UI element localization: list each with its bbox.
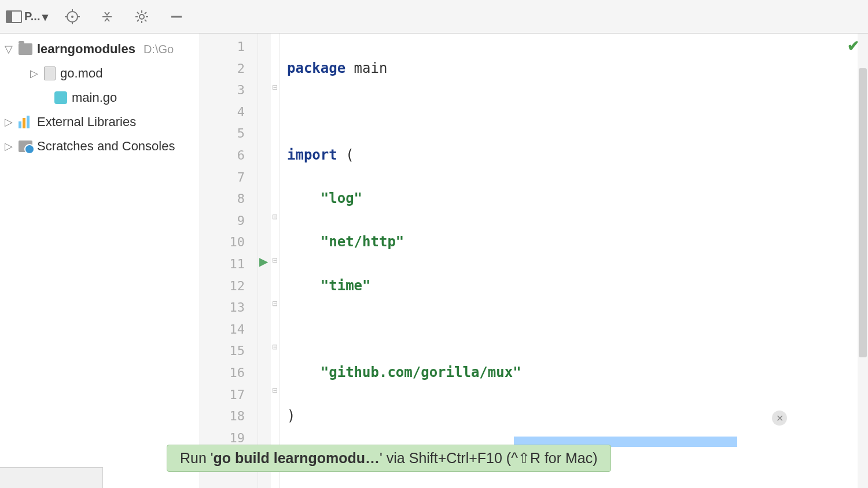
svg-line-12 [137, 12, 139, 14]
line-number: 15 [200, 340, 245, 362]
svg-point-7 [139, 14, 144, 19]
line-number: 5 [200, 123, 245, 145]
line-number: 3 [200, 79, 245, 101]
external-label: External Libraries [37, 114, 136, 130]
toolbar: P... ▾ [0, 0, 868, 34]
tree-external-libs[interactable]: ▷ External Libraries [0, 110, 200, 134]
editor[interactable]: 1 2 3 4 5 6 7 8 9 10 11 12 13 14 15 16 1… [200, 34, 868, 488]
gear-icon [134, 9, 149, 24]
project-label: P... [24, 10, 40, 23]
file-name: go.mod [60, 66, 102, 81]
line-number: 11 [200, 253, 245, 275]
svg-line-15 [145, 12, 146, 14]
line-number: 10 [200, 231, 245, 253]
fold-icon[interactable]: ⊟ [272, 83, 278, 91]
chevron-right-icon: ▷ [3, 140, 14, 153]
fold-icon[interactable]: ⊟ [272, 300, 278, 308]
line-number: 2 [200, 58, 245, 80]
line-gutter: 1 2 3 4 5 6 7 8 9 10 11 12 13 14 15 16 1… [200, 34, 258, 488]
tree-file[interactable]: ▷ go.mod [0, 61, 200, 86]
line-number: 14 [200, 319, 245, 341]
run-hint-tooltip: Run 'go build learngomodu…' via Shift+Ct… [167, 445, 611, 472]
line-number: 16 [200, 362, 245, 384]
svg-line-14 [137, 20, 139, 21]
hint-bold: go build learngomodu… [214, 450, 380, 467]
chevron-down-icon: ▽ [3, 43, 14, 56]
line-number: 7 [200, 167, 245, 188]
hint-close-button[interactable]: ✕ [772, 411, 787, 426]
run-icon[interactable]: ▶ [259, 254, 268, 268]
line-number: 13 [200, 297, 245, 319]
minimize-icon [170, 10, 183, 23]
hint-prefix: Run ' [180, 450, 214, 467]
fold-icon[interactable]: ⊟ [272, 213, 278, 221]
svg-line-13 [145, 20, 146, 21]
collapse-icon [100, 10, 114, 24]
file-icon [44, 66, 56, 80]
settings-button[interactable] [131, 6, 152, 27]
svg-point-1 [71, 16, 73, 18]
target-icon [65, 9, 80, 24]
scrollbar-thumb[interactable] [859, 68, 867, 357]
fold-icon[interactable]: ⊟ [272, 343, 278, 351]
main-area: ▽ learngomodules D:\Go ▷ go.mod main.go … [0, 34, 868, 488]
chevron-right-icon: ▷ [29, 67, 39, 80]
vertical-scrollbar[interactable] [858, 34, 868, 488]
line-number: 1 [200, 36, 245, 58]
go-file-icon [54, 91, 67, 104]
panel-icon [6, 10, 22, 23]
file-name: main.go [72, 90, 117, 105]
line-number: 6 [200, 145, 245, 167]
tree-file[interactable]: main.go [0, 86, 200, 110]
scratches-label: Scratches and Consoles [37, 139, 175, 154]
target-button[interactable] [62, 6, 83, 27]
project-selector[interactable]: P... ▾ [6, 10, 48, 24]
library-icon [19, 116, 32, 128]
minimize-button[interactable] [166, 6, 187, 27]
fold-gutter: ⊟ ⊟ ⊟ ⊟ ⊟ ⊟ [271, 34, 280, 488]
fold-icon[interactable]: ⊟ [272, 256, 278, 264]
folder-icon [19, 43, 32, 55]
scratches-icon [19, 141, 32, 152]
tree-root[interactable]: ▽ learngomodules D:\Go [0, 37, 200, 61]
run-gutter: ▶ [258, 34, 271, 488]
line-number: 9 [200, 210, 245, 232]
root-path: D:\Go [144, 43, 174, 56]
chevron-down-icon: ▾ [42, 10, 48, 24]
bottom-bar [0, 467, 103, 488]
root-name: learngomodules [37, 42, 135, 57]
line-number: 17 [200, 384, 245, 406]
fold-icon[interactable]: ⊟ [272, 386, 278, 394]
tree-scratches[interactable]: ▷ Scratches and Consoles [0, 134, 200, 158]
line-number: 8 [200, 188, 245, 210]
collapse-button[interactable] [97, 6, 117, 27]
line-number: 12 [200, 275, 245, 297]
project-tree[interactable]: ▽ learngomodules D:\Go ▷ go.mod main.go … [0, 34, 200, 488]
line-number: 18 [200, 405, 245, 427]
chevron-right-icon: ▷ [3, 116, 14, 128]
line-number: 4 [200, 101, 245, 123]
hint-suffix: ' via Shift+Ctrl+F10 (^⇧R for Mac) [380, 450, 597, 467]
